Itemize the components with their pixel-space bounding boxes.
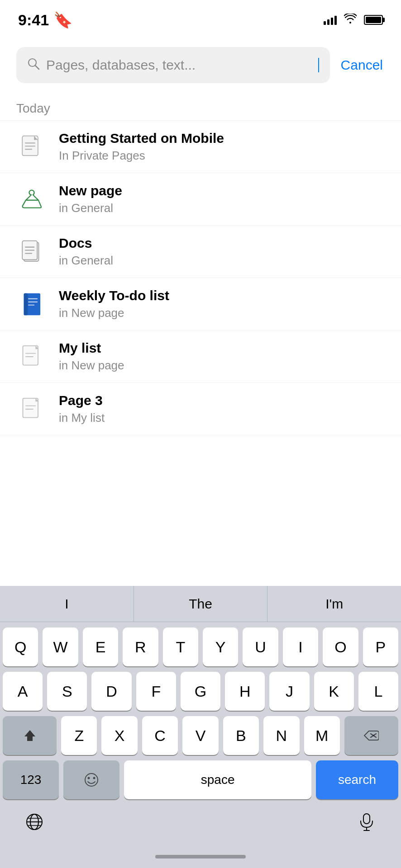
keyboard-bottom-row [0, 801, 401, 845]
result-title: Weekly To-do list [59, 288, 169, 303]
space-key[interactable]: space [124, 760, 311, 799]
result-subtitle: in New page [59, 306, 169, 320]
key-row-bottom: 123 space search [3, 760, 398, 799]
keyboard-rows: Q W E R T Y U I O P A S D F G H J K L [0, 622, 401, 801]
page-icon-2 [16, 394, 47, 425]
search-key[interactable]: search [316, 760, 398, 799]
emoji-key[interactable] [63, 760, 119, 799]
home-bar [155, 855, 246, 859]
predictive-item-im[interactable]: I'm [267, 586, 401, 622]
svg-rect-13 [24, 293, 28, 315]
signal-icon [324, 15, 337, 25]
result-text-getting-started: Getting Started on Mobile In Private Pag… [59, 131, 224, 163]
result-item-docs[interactable]: Docs in General [0, 226, 401, 278]
result-text-new-page: New page in General [59, 183, 122, 215]
svg-point-27 [93, 777, 95, 779]
key-d[interactable]: D [91, 672, 131, 711]
bookmark-icon: 🔖 [53, 11, 72, 29]
doc-icon [16, 132, 47, 162]
key-o[interactable]: O [323, 627, 358, 666]
page-icon [16, 341, 47, 372]
globe-icon[interactable] [16, 806, 53, 838]
result-title: Page 3 [59, 393, 105, 408]
key-p[interactable]: P [363, 627, 398, 666]
search-bar[interactable]: Pages, databases, text... [16, 47, 330, 83]
result-text-docs: Docs in General [59, 236, 113, 268]
key-n[interactable]: N [263, 716, 299, 755]
key-m[interactable]: M [304, 716, 340, 755]
status-bar: 9:41 🔖 [0, 0, 401, 40]
result-subtitle: in General [59, 201, 122, 215]
result-subtitle: in General [59, 254, 113, 268]
key-c[interactable]: C [142, 716, 178, 755]
key-l[interactable]: L [358, 672, 398, 711]
svg-line-1 [35, 65, 39, 69]
num-key[interactable]: 123 [3, 760, 59, 799]
result-text-my-list: My list in New page [59, 340, 124, 373]
status-time-group: 9:41 🔖 [18, 11, 72, 29]
key-row-1: Q W E R T Y U I O P [3, 627, 398, 666]
key-f[interactable]: F [136, 672, 176, 711]
search-container: Pages, databases, text... Cancel [0, 40, 401, 90]
status-time: 9:41 [18, 11, 49, 29]
battery-icon [364, 15, 383, 25]
predictive-bar: I The I'm [0, 586, 401, 622]
status-icons [324, 14, 383, 26]
result-item-page-3[interactable]: Page 3 in My list [0, 383, 401, 435]
key-j[interactable]: J [269, 672, 309, 711]
result-subtitle: in My list [59, 411, 105, 425]
key-t[interactable]: T [163, 627, 198, 666]
section-label-today: Today [0, 90, 401, 120]
shift-key[interactable] [3, 716, 57, 755]
key-row-2: A S D F G H J K L [3, 672, 398, 711]
key-y[interactable]: Y [203, 627, 238, 666]
svg-rect-33 [363, 814, 370, 824]
result-title: New page [59, 183, 122, 198]
keyboard: I The I'm Q W E R T Y U I O P A S D F G … [0, 586, 401, 868]
result-text-weekly-todo: Weekly To-do list in New page [59, 288, 169, 320]
key-row-3: Z X C V B N M [3, 716, 398, 755]
search-icon [27, 57, 40, 73]
key-x[interactable]: X [101, 716, 137, 755]
key-w[interactable]: W [43, 627, 78, 666]
mic-icon[interactable] [348, 806, 385, 838]
cancel-button[interactable]: Cancel [339, 54, 385, 76]
delete-key[interactable] [344, 716, 398, 755]
predictive-item-i[interactable]: I [0, 586, 134, 622]
result-subtitle: in New page [59, 359, 124, 373]
hanger-icon [16, 184, 47, 215]
key-u[interactable]: U [243, 627, 278, 666]
results-list: Getting Started on Mobile In Private Pag… [0, 120, 401, 435]
key-q[interactable]: Q [3, 627, 38, 666]
wifi-icon [344, 14, 357, 26]
key-a[interactable]: A [3, 672, 43, 711]
docs-icon [16, 236, 47, 267]
key-e[interactable]: E [83, 627, 118, 666]
result-title: Getting Started on Mobile [59, 131, 224, 146]
key-i[interactable]: I [283, 627, 318, 666]
svg-point-25 [85, 774, 98, 786]
result-item-getting-started[interactable]: Getting Started on Mobile In Private Pag… [0, 120, 401, 173]
search-input[interactable]: Pages, databases, text... [46, 57, 311, 73]
result-title: Docs [59, 236, 113, 251]
result-text-page-3: Page 3 in My list [59, 393, 105, 425]
result-title: My list [59, 340, 124, 356]
key-g[interactable]: G [181, 672, 220, 711]
result-item-weekly-todo[interactable]: Weekly To-do list in New page [0, 278, 401, 330]
key-r[interactable]: R [123, 627, 158, 666]
key-z[interactable]: Z [61, 716, 97, 755]
svg-point-26 [88, 777, 90, 779]
notebook-icon [16, 289, 47, 320]
key-v[interactable]: V [182, 716, 218, 755]
key-b[interactable]: B [223, 716, 259, 755]
key-k[interactable]: K [314, 672, 354, 711]
result-item-new-page[interactable]: New page in General [0, 173, 401, 226]
cursor [318, 58, 319, 72]
key-s[interactable]: S [47, 672, 87, 711]
key-h[interactable]: H [225, 672, 265, 711]
result-item-my-list[interactable]: My list in New page [0, 330, 401, 383]
home-indicator [0, 845, 401, 868]
result-subtitle: In Private Pages [59, 149, 224, 163]
predictive-item-the[interactable]: The [134, 586, 268, 622]
